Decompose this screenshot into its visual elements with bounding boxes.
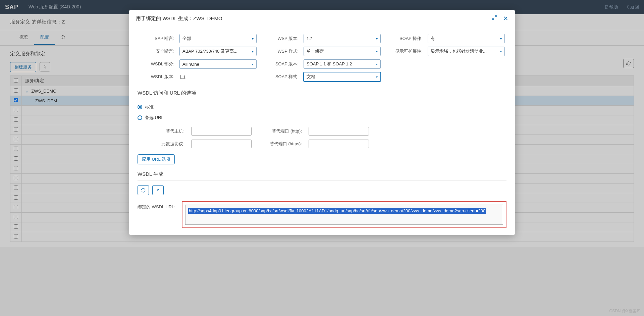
apply-url-button[interactable]: 应用 URL 选项 bbox=[138, 154, 175, 164]
expand-icon[interactable] bbox=[492, 15, 497, 22]
input-alt-host[interactable] bbox=[191, 127, 252, 136]
chevron-down-icon: ▾ bbox=[376, 62, 378, 66]
modal-overlay: 用于绑定的 WSDL 生成：ZWS_DEMO ✕ SAP 断言: 全部▾ WSP… bbox=[0, 0, 644, 247]
chevron-down-icon: ▾ bbox=[252, 62, 254, 66]
modal-header: 用于绑定的 WSDL 生成：ZWS_DEMO ✕ bbox=[129, 10, 515, 27]
select-wsdl-part[interactable]: AllInOne▾ bbox=[179, 59, 257, 69]
label-alt-host: 替代主机: bbox=[151, 128, 184, 134]
radio-alternate[interactable]: 备选 URL bbox=[138, 115, 506, 121]
chevron-down-icon: ▾ bbox=[252, 50, 254, 53]
label-sec-assert: 安全断言: bbox=[138, 48, 174, 54]
radio-icon bbox=[138, 115, 142, 120]
section-url-options: WSDL 访问和 URL 的选项 bbox=[138, 90, 506, 99]
url-result-row: 绑定的 WSDL URL: http://saps4dap01.leogroup… bbox=[138, 201, 506, 228]
radio-standard[interactable]: 标准 bbox=[138, 104, 506, 110]
chevron-down-icon: ▾ bbox=[500, 37, 502, 41]
wsdl-url-output[interactable]: http://saps4dap01.leogroup.cn:8000/sap/b… bbox=[185, 205, 503, 225]
chevron-down-icon: ▾ bbox=[376, 50, 378, 53]
label-soap-ver: SOAP 版本: bbox=[262, 61, 299, 67]
label-wsdl-part: WSDL 部分: bbox=[138, 61, 174, 67]
label-wsp-ver: WSP 版本: bbox=[262, 36, 299, 42]
label-wsp-style: WSP 样式: bbox=[262, 48, 299, 54]
select-soap-op[interactable]: 有▾ bbox=[428, 34, 505, 43]
url-result-label: 绑定的 WSDL URL: bbox=[138, 201, 178, 210]
url-highlight-box: http://saps4dap01.leogroup.cn:8000/sap/b… bbox=[182, 201, 506, 228]
refresh-icon bbox=[141, 188, 146, 193]
modal-body: SAP 断言: 全部▾ WSP 版本: 1.2▾ SOAP 操作: 有▾ 安全断… bbox=[129, 27, 515, 235]
label-wsdl-ver: WSDL 版本: bbox=[138, 74, 174, 80]
select-soap-style[interactable]: 文档▾ bbox=[304, 72, 381, 82]
select-show-ext[interactable]: 显示增强，包括针对活动业...▾ bbox=[428, 47, 505, 56]
chevron-down-icon: ▾ bbox=[500, 50, 502, 53]
wsdl-modal: 用于绑定的 WSDL 生成：ZWS_DEMO ✕ SAP 断言: 全部▾ WSP… bbox=[129, 10, 515, 235]
label-meta-proto: 元数据协议: bbox=[151, 141, 184, 147]
select-soap-ver[interactable]: SOAP 1.1 和 SOAP 1.2▾ bbox=[304, 59, 381, 69]
value-wsdl-ver: 1.1 bbox=[179, 74, 257, 80]
label-show-ext: 显示可扩展性: bbox=[386, 48, 423, 54]
modal-title: 用于绑定的 WSDL 生成：ZWS_DEMO bbox=[136, 15, 222, 22]
select-wsp-ver[interactable]: 1.2▾ bbox=[304, 34, 381, 43]
input-meta-proto[interactable] bbox=[191, 140, 252, 148]
url-options-form: 替代主机: 替代端口 (http): 元数据协议: 替代端口 (https): bbox=[151, 127, 506, 148]
radio-icon bbox=[138, 105, 142, 109]
select-sap-assert[interactable]: 全部▾ bbox=[179, 34, 257, 43]
section-wsdl-gen: WSDL 生成 bbox=[138, 171, 506, 180]
radio-group: 标准 备选 URL bbox=[138, 104, 506, 121]
arrow-icon bbox=[156, 188, 160, 193]
label-alt-port-http: 替代端口 (http): bbox=[258, 128, 302, 134]
label-soap-style: SOAP 样式: bbox=[262, 74, 299, 80]
label-soap-op: SOAP 操作: bbox=[386, 36, 423, 42]
chevron-down-icon: ▾ bbox=[376, 37, 378, 41]
regenerate-button[interactable] bbox=[138, 185, 149, 195]
gen-toolbar bbox=[138, 185, 506, 195]
chevron-down-icon: ▾ bbox=[376, 75, 378, 79]
input-alt-port-https[interactable] bbox=[309, 140, 369, 148]
form-grid: SAP 断言: 全部▾ WSP 版本: 1.2▾ SOAP 操作: 有▾ 安全断… bbox=[138, 34, 506, 82]
select-sec-assert[interactable]: ABAP 702/730/740 及更高...▾ bbox=[179, 47, 257, 56]
label-alt-port-https: 替代端口 (https): bbox=[258, 141, 302, 147]
close-icon[interactable]: ✕ bbox=[503, 15, 508, 22]
chevron-down-icon: ▾ bbox=[252, 37, 254, 41]
select-wsp-style[interactable]: 单一绑定▾ bbox=[304, 47, 381, 56]
label-sap-assert: SAP 断言: bbox=[138, 36, 174, 42]
input-alt-port-http[interactable] bbox=[309, 127, 369, 136]
open-button[interactable] bbox=[152, 185, 164, 195]
url-text: http://saps4dap01.leogroup.cn:8000/sap/b… bbox=[188, 208, 486, 214]
